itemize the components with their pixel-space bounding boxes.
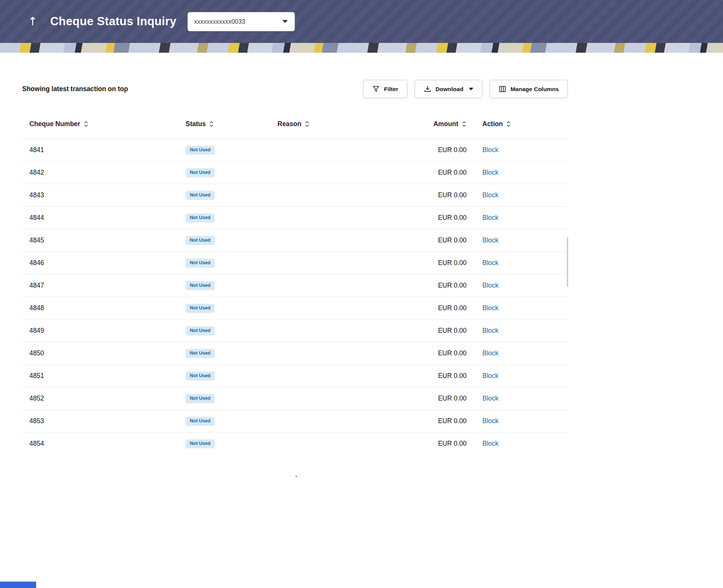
sort-icon-status[interactable] bbox=[209, 120, 214, 128]
reason-cell bbox=[278, 161, 399, 184]
action-cell: Block bbox=[467, 387, 568, 410]
status-cell: Not Used bbox=[186, 387, 278, 410]
reason-cell bbox=[278, 297, 399, 320]
amount-value: EUR 0.00 bbox=[438, 282, 467, 289]
column-header-cheque-number: Cheque Number bbox=[22, 114, 186, 139]
status-cell: Not Used bbox=[186, 320, 278, 342]
back-icon[interactable]: ↑ bbox=[28, 16, 37, 27]
table-row: 4841 Not Used EUR 0.00 Block bbox=[22, 139, 568, 161]
sort-icon-cheque-number[interactable] bbox=[84, 120, 88, 128]
download-button[interactable]: Download bbox=[415, 80, 482, 98]
cheque-number: 4841 bbox=[29, 146, 44, 154]
table-caption: Showing latest transaction on top bbox=[22, 85, 128, 93]
amount-value: EUR 0.00 bbox=[438, 304, 467, 312]
filter-icon bbox=[372, 85, 380, 93]
table-row: 4845 Not Used EUR 0.00 Block bbox=[22, 229, 568, 252]
cheque-number-cell: 4852 bbox=[22, 387, 186, 410]
amount-cell: EUR 0.00 bbox=[399, 433, 467, 455]
reason-cell bbox=[278, 139, 399, 161]
status-badge: Not Used bbox=[186, 304, 215, 313]
reason-cell bbox=[278, 320, 399, 342]
status-badge: Not Used bbox=[186, 394, 215, 403]
table-row: 4842 Not Used EUR 0.00 Block bbox=[22, 161, 568, 184]
account-dropdown-value: xxxxxxxxxxxx0033 bbox=[194, 18, 245, 25]
sort-icon-reason[interactable] bbox=[305, 120, 310, 128]
amount-value: EUR 0.00 bbox=[438, 372, 467, 379]
amount-cell: EUR 0.00 bbox=[399, 297, 467, 320]
cheque-number: 4854 bbox=[29, 440, 44, 447]
reason-cell bbox=[278, 229, 399, 252]
block-link[interactable]: Block bbox=[482, 327, 499, 334]
cheque-number-cell: 4845 bbox=[22, 229, 186, 252]
amount-value: EUR 0.00 bbox=[438, 349, 467, 357]
action-cell: Block bbox=[467, 139, 568, 161]
column-header-status: Status bbox=[186, 114, 278, 139]
block-link[interactable]: Block bbox=[482, 236, 499, 244]
status-cell: Not Used bbox=[186, 297, 278, 320]
block-link[interactable]: Block bbox=[482, 214, 499, 221]
cheque-number: 4847 bbox=[29, 282, 44, 289]
action-cell: Block bbox=[467, 207, 568, 229]
block-link[interactable]: Block bbox=[482, 417, 499, 425]
action-cell: Block bbox=[467, 252, 568, 274]
cheque-number-cell: 4854 bbox=[22, 433, 186, 455]
toolbar: Showing latest transaction on top Filter… bbox=[22, 80, 568, 98]
amount-cell: EUR 0.00 bbox=[399, 207, 467, 229]
action-cell: Block bbox=[467, 229, 568, 252]
status-badge: Not Used bbox=[186, 146, 215, 155]
block-link[interactable]: Block bbox=[482, 282, 499, 289]
main-content: Showing latest transaction on top Filter… bbox=[22, 80, 568, 455]
toolbar-buttons: Filter Download Manage Columns bbox=[363, 80, 568, 98]
cheque-number: 4843 bbox=[29, 191, 44, 199]
amount-cell: EUR 0.00 bbox=[399, 184, 467, 207]
block-link[interactable]: Block bbox=[482, 440, 499, 447]
cheque-number: 4846 bbox=[29, 259, 44, 267]
status-cell: Not Used bbox=[186, 252, 278, 274]
reason-cell bbox=[278, 342, 399, 365]
reason-cell bbox=[278, 410, 399, 433]
block-link[interactable]: Block bbox=[482, 349, 499, 357]
amount-value: EUR 0.00 bbox=[438, 236, 467, 244]
status-cell: Not Used bbox=[186, 410, 278, 433]
filter-button[interactable]: Filter bbox=[363, 80, 407, 98]
amount-value: EUR 0.00 bbox=[438, 327, 467, 334]
table-body: 4841 Not Used EUR 0.00 Block 4842 Not Us… bbox=[22, 139, 568, 455]
status-badge: Not Used bbox=[186, 349, 215, 358]
action-cell: Block bbox=[467, 161, 568, 184]
block-link[interactable]: Block bbox=[482, 259, 499, 267]
block-link[interactable]: Block bbox=[482, 372, 499, 379]
footer-partial-element[interactable] bbox=[0, 582, 36, 588]
sort-icon-action[interactable] bbox=[506, 120, 511, 128]
amount-cell: EUR 0.00 bbox=[399, 342, 467, 365]
table-row: 4844 Not Used EUR 0.00 Block bbox=[22, 207, 568, 229]
cheque-number-cell: 4847 bbox=[22, 274, 186, 297]
app-header: ↑ Cheque Status Inquiry xxxxxxxxxxxx0033 bbox=[0, 0, 723, 43]
scrollbar-thumb[interactable] bbox=[567, 237, 568, 287]
cheque-number: 4851 bbox=[29, 372, 44, 379]
amount-cell: EUR 0.00 bbox=[399, 365, 467, 387]
block-link[interactable]: Block bbox=[482, 169, 499, 176]
amount-cell: EUR 0.00 bbox=[399, 252, 467, 274]
block-link[interactable]: Block bbox=[482, 191, 499, 199]
cheque-number: 4845 bbox=[29, 236, 44, 244]
status-cell: Not Used bbox=[186, 184, 278, 207]
decorative-pattern-strip bbox=[0, 43, 723, 53]
table-row: 4853 Not Used EUR 0.00 Block bbox=[22, 410, 568, 433]
account-dropdown[interactable]: xxxxxxxxxxxx0033 bbox=[188, 12, 295, 31]
block-link[interactable]: Block bbox=[482, 395, 499, 402]
columns-icon bbox=[499, 85, 506, 93]
status-cell: Not Used bbox=[186, 342, 278, 365]
block-link[interactable]: Block bbox=[482, 304, 499, 312]
amount-value: EUR 0.00 bbox=[438, 440, 467, 447]
status-cell: Not Used bbox=[186, 207, 278, 229]
amount-cell: EUR 0.00 bbox=[399, 229, 467, 252]
block-link[interactable]: Block bbox=[482, 146, 499, 154]
cheque-table: Cheque Number Status bbox=[22, 114, 568, 455]
manage-columns-button[interactable]: Manage Columns bbox=[490, 80, 568, 98]
sort-icon-amount[interactable] bbox=[462, 120, 467, 128]
cheque-number-cell: 4842 bbox=[22, 161, 186, 184]
action-cell: Block bbox=[467, 274, 568, 297]
action-cell: Block bbox=[467, 184, 568, 207]
status-badge: Not Used bbox=[186, 417, 215, 426]
amount-value: EUR 0.00 bbox=[438, 395, 467, 402]
